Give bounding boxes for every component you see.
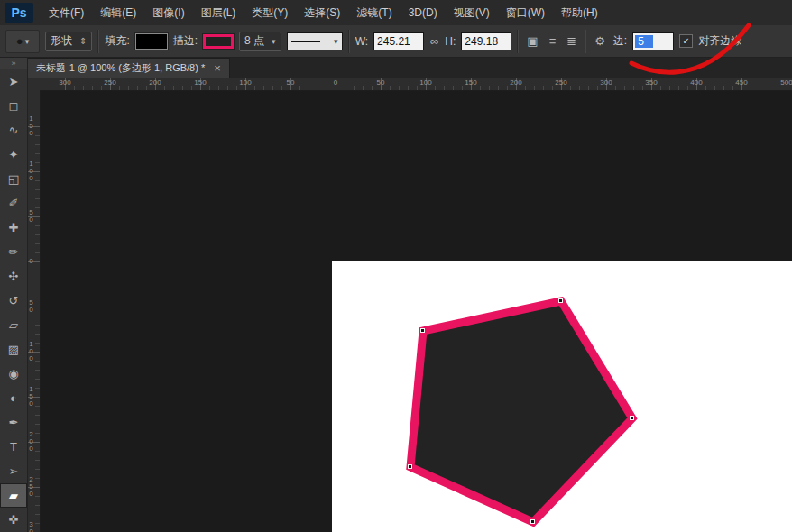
menu-list: 文件(F)编辑(E)图像(I)图层(L)类型(Y)选择(S)滤镜(T)3D(D)… xyxy=(41,0,606,25)
path-selection-tool[interactable]: ➢ xyxy=(0,459,27,483)
link-icon[interactable]: ∞ xyxy=(429,34,439,48)
polygon-shape[interactable] xyxy=(410,301,632,522)
ruler-label: 100 xyxy=(29,161,33,182)
tool-preset-button[interactable]: ● ▾ xyxy=(5,30,40,53)
clone-stamp-tool[interactable]: ✣ xyxy=(0,264,27,289)
hand-tool[interactable]: ✜ xyxy=(0,508,27,532)
tool-list: ➤◻∿✦◱✐✚✏✣↺▱▨◉◐✒T➢▰✜ xyxy=(0,69,27,532)
stroke-style-sample xyxy=(291,41,320,42)
stroke-size-select[interactable]: 8 点 ▾ xyxy=(239,32,281,51)
menu-item[interactable]: 类型(Y) xyxy=(244,0,296,25)
sides-value-selected: 5 xyxy=(635,35,653,48)
gear-icon[interactable]: ⚙ xyxy=(592,34,608,48)
blur-tool[interactable]: ◉ xyxy=(0,362,27,386)
vertical-ruler[interactable]: 20015010050050100150200250300 xyxy=(27,90,41,532)
divider xyxy=(585,30,586,53)
anchor-point[interactable] xyxy=(530,519,535,524)
ruler-label: 50 xyxy=(377,78,385,87)
menu-item[interactable]: 视图(V) xyxy=(446,0,498,25)
path-alignment-icon[interactable]: ≡ xyxy=(547,34,559,48)
dodge-tool[interactable]: ◐ xyxy=(0,386,27,410)
check-icon: ✓ xyxy=(682,37,689,46)
ruler-label: 250 xyxy=(29,476,33,498)
canvas-viewport[interactable] xyxy=(40,90,792,532)
menu-item[interactable]: 选择(S) xyxy=(296,0,348,25)
move-tool[interactable]: ➤ xyxy=(0,69,27,94)
anchor-point[interactable] xyxy=(408,464,412,469)
menu-item[interactable]: 图像(I) xyxy=(144,0,192,25)
marquee-tool[interactable]: ◻ xyxy=(0,94,27,118)
ruler-label: 100 xyxy=(29,341,33,362)
stroke-style-select[interactable]: ▾ xyxy=(287,32,343,50)
align-edges-label: 对齐边缘 xyxy=(698,33,741,49)
stroke-size-value: 8 点 xyxy=(244,33,264,49)
ruler-label: 0 xyxy=(29,258,33,265)
shape-layer xyxy=(40,90,792,532)
eraser-tool[interactable]: ▱ xyxy=(0,313,27,337)
anchor-point[interactable] xyxy=(420,328,425,333)
document-tab[interactable]: 未标题-1 @ 100% (多边形 1, RGB/8) * × xyxy=(27,58,230,78)
height-input[interactable] xyxy=(461,32,511,50)
close-icon[interactable]: × xyxy=(214,62,221,74)
menu-item[interactable]: 3D(D) xyxy=(401,0,446,25)
gradient-tool[interactable]: ▨ xyxy=(0,337,27,362)
menu-item[interactable]: 图层(L) xyxy=(193,0,244,25)
fill-label: 填充: xyxy=(105,33,129,49)
healing-brush-tool[interactable]: ✚ xyxy=(0,216,27,240)
ruler-label: 300 xyxy=(600,78,612,87)
stroke-swatch[interactable] xyxy=(203,34,234,49)
brush-tool[interactable]: ✏ xyxy=(0,240,27,264)
document-tab-bar: 未标题-1 @ 100% (多边形 1, RGB/8) * × xyxy=(27,58,792,78)
photoshop-logo: Ps xyxy=(5,3,33,23)
document-tab-title: 未标题-1 @ 100% (多边形 1, RGB/8) * xyxy=(36,61,205,75)
ruler-label: 250 xyxy=(104,78,115,87)
ruler-label: 50 xyxy=(287,78,295,87)
eyedropper-tool[interactable]: ✐ xyxy=(0,191,27,216)
pen-tool[interactable]: ✒ xyxy=(0,410,27,435)
anchor-point[interactable] xyxy=(630,416,634,420)
divider xyxy=(517,30,519,53)
anchor-point[interactable] xyxy=(558,298,563,303)
quick-selection-tool[interactable]: ✦ xyxy=(0,142,27,167)
polygon-tool-icon: ● xyxy=(16,34,23,48)
width-input[interactable] xyxy=(373,32,424,50)
sides-input[interactable]: 5 xyxy=(632,32,674,50)
shape-tool[interactable]: ▰ xyxy=(0,483,27,508)
ruler-label: 200 xyxy=(510,78,521,87)
chevron-down-icon: ▾ xyxy=(272,37,276,46)
sides-label: 边: xyxy=(613,33,627,49)
path-arrange-icon[interactable]: ≣ xyxy=(564,34,579,48)
stroke-label: 描边: xyxy=(173,33,198,49)
ruler-label: 200 xyxy=(29,431,33,453)
ruler-label: 50 xyxy=(29,209,33,224)
ruler-label: 200 xyxy=(29,90,33,92)
options-bar: ● ▾ 形状 ⇕ 填充: 描边: 8 点 ▾ ▾ W: ∞ H: ▣ ≡ ≣ ⚙… xyxy=(0,25,792,58)
ruler-label: 0 xyxy=(334,78,337,87)
tool-mode-select[interactable]: 形状 ⇕ xyxy=(45,32,92,51)
align-edges-checkbox[interactable]: ✓ xyxy=(679,34,693,48)
chevron-down-icon: ▾ xyxy=(25,37,30,46)
type-tool[interactable]: T xyxy=(0,435,27,459)
divider xyxy=(97,30,99,53)
path-operations-icon[interactable]: ▣ xyxy=(524,34,540,48)
width-label: W: xyxy=(355,35,368,48)
ruler-label: 350 xyxy=(645,78,657,87)
spinner-icon: ⇕ xyxy=(79,36,87,46)
menu-item[interactable]: 滤镜(T) xyxy=(348,0,400,25)
menu-item[interactable]: 帮助(H) xyxy=(553,0,606,25)
horizontal-ruler[interactable]: 3002502001501005005010015020025030035040… xyxy=(40,78,792,91)
menu-item[interactable]: 编辑(E) xyxy=(92,0,144,25)
crop-tool[interactable]: ◱ xyxy=(0,167,27,191)
tool-mode-value: 形状 xyxy=(51,33,72,49)
history-brush-tool[interactable]: ↺ xyxy=(0,289,27,313)
menu-item[interactable]: 窗口(W) xyxy=(498,0,553,25)
toolbar-collapse-button[interactable]: » xyxy=(0,58,27,69)
menu-item[interactable]: 文件(F) xyxy=(41,0,92,25)
fill-swatch[interactable] xyxy=(135,33,168,50)
ruler-label: 100 xyxy=(239,78,251,87)
ruler-label: 200 xyxy=(149,78,161,87)
ruler-label: 50 xyxy=(29,299,33,314)
menu-bar: Ps 文件(F)编辑(E)图像(I)图层(L)类型(Y)选择(S)滤镜(T)3D… xyxy=(0,0,792,26)
ruler-label: 500 xyxy=(780,78,792,87)
lasso-tool[interactable]: ∿ xyxy=(0,118,27,142)
